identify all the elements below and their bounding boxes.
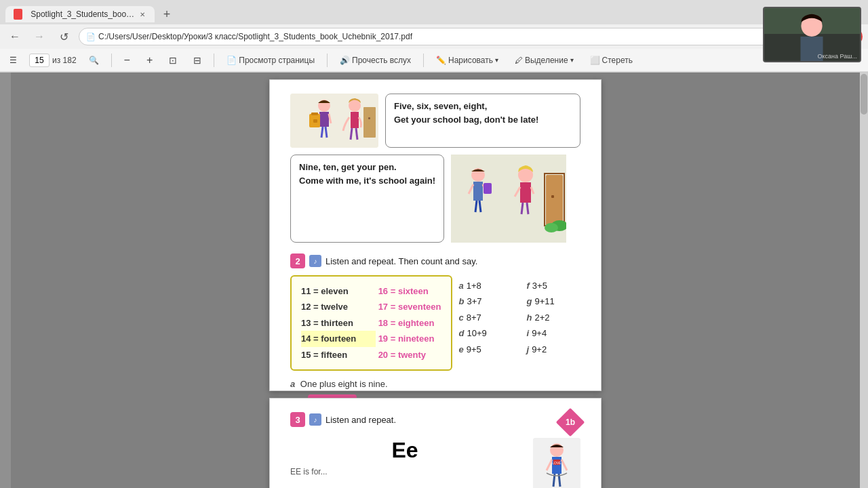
section3-number: 3 — [290, 412, 305, 427]
new-tab-button[interactable]: + — [157, 5, 176, 24]
big-letter: Ee — [290, 438, 519, 463]
ex-row-4: d 10+9 i 9+4 — [459, 325, 574, 341]
num-right-3: 18 = eighteen — [378, 315, 435, 331]
boy-figure: LOVE — [533, 438, 580, 488]
section2-number: 2 — [290, 253, 305, 268]
page-view-button[interactable]: ⊟ — [189, 54, 205, 67]
sidebar-toggle-button[interactable]: ☰ — [5, 54, 21, 66]
draw-label: Нарисовать — [448, 56, 493, 65]
toolbar-separator-3 — [327, 54, 328, 67]
zoom-minus-button[interactable]: − — [120, 53, 134, 68]
forward-button[interactable]: → — [30, 27, 49, 46]
ex-item-a: a 1+8 — [459, 278, 507, 293]
search-button[interactable]: 🔍 — [85, 54, 103, 66]
ex-val-i: 9+4 — [532, 325, 547, 341]
highlight-icon: 🖊 — [515, 56, 523, 65]
ex-label-e: e — [459, 342, 464, 357]
num-right-5: 20 = twenty — [378, 347, 426, 363]
page-navigation: из 182 — [29, 54, 77, 67]
ex-item-e: e 9+5 — [459, 342, 507, 357]
ex-row-5: e 9+5 j 9+2 — [459, 342, 574, 357]
ex-val-h: 2+2 — [534, 310, 549, 325]
ex-label-b: b — [459, 293, 465, 309]
number-row-4: 14 = fourteen 19 = nineteen — [301, 331, 441, 346]
speech-bottom-line1: Nine, ten, get your pen. — [299, 162, 397, 172]
numbers-box: 11 = eleven 16 = sixteen 12 = twelve 17 … — [290, 275, 452, 371]
ex-item-i: i 9+4 — [527, 325, 574, 341]
draw-chevron: ▾ — [495, 56, 498, 64]
svg-rect-9 — [313, 119, 317, 123]
address-text: C:/Users/User/Desktop/Уроки/3 класс/Spot… — [98, 32, 412, 41]
zoom-plus-button[interactable]: + — [142, 53, 157, 68]
refresh-button[interactable]: ↺ — [54, 27, 73, 46]
svg-rect-11 — [351, 112, 359, 128]
tab-bar: Spotlight_3_Students_book_Uch... ✕ + — [0, 0, 868, 24]
svg-rect-18 — [473, 182, 483, 201]
svg-rect-21 — [484, 183, 492, 194]
tab-close-button[interactable]: ✕ — [138, 9, 146, 19]
svg-rect-34 — [552, 457, 561, 474]
erase-icon: ⬜ — [590, 56, 600, 65]
number-row-1: 11 = eleven 16 = sixteen — [301, 283, 441, 299]
fit-button[interactable]: ⊡ — [165, 54, 181, 67]
svg-line-12 — [351, 128, 352, 140]
page-total-label: из 182 — [52, 56, 77, 65]
erase-button[interactable]: ⬜ Стереть — [586, 54, 637, 66]
view-page-button[interactable]: 📄 Просмотр страницы — [222, 54, 319, 66]
scroll-thumb[interactable] — [861, 74, 867, 115]
section2-text: Listen and repeat. Then count and say. — [326, 256, 477, 266]
ex-label-a: a — [459, 278, 464, 293]
ex-val-a: 1+8 — [467, 278, 481, 293]
speech-top-line1: Five, six, seven, eight, — [394, 101, 487, 111]
num-right-2: 17 = seventeen — [378, 299, 441, 314]
address-bar[interactable]: 📄 C:/Users/User/Desktop/Уроки/3 класс/Sp… — [79, 28, 816, 45]
content-area: Five, six, seven, eight, Get your school… — [0, 73, 868, 488]
speech-top-line2: Get your school bag, don't be late! — [394, 115, 538, 125]
ex-label-h: h — [527, 310, 532, 325]
toolbar-bar: ☰ из 182 🔍 − + ⊡ ⊟ 📄 Просмотр страницы 🔊… — [0, 49, 868, 72]
scrollbar[interactable] — [860, 73, 868, 488]
number-row-5: 15 = fifteen 20 = twenty — [301, 347, 441, 363]
diamond-badge-container: 1b — [555, 407, 586, 441]
section3-header: 3 ♪ Listen and repeat. — [290, 412, 580, 427]
num-right-1: 16 = sixteen — [378, 283, 429, 299]
tab-favicon — [14, 9, 22, 20]
draw-button[interactable]: ✏️ Нарисовать ▾ — [432, 54, 502, 66]
left-sidebar — [0, 73, 11, 488]
speaker-icon-2: ♪ — [309, 413, 321, 426]
tab-title: Spotlight_3_Students_book_Uch... — [31, 9, 134, 19]
highlight-button[interactable]: 🖊 Выделение ▾ — [511, 54, 578, 66]
diamond-text: 1b — [566, 418, 575, 427]
highlight-chevron: ▾ — [570, 56, 574, 64]
file-icon: 📄 — [86, 33, 96, 41]
section2-header: 2 ♪ Listen and repeat. Then count and sa… — [290, 253, 580, 268]
erase-label: Стереть — [602, 56, 633, 65]
back-button[interactable]: ← — [5, 27, 24, 46]
ex-item-c: c 8+7 — [459, 310, 507, 325]
toolbar-separator-1 — [111, 54, 112, 67]
exercises-box: a 1+8 f 3+5 b 3+7 — [459, 275, 574, 371]
ex-val-e: 9+5 — [467, 342, 481, 357]
svg-rect-8 — [311, 113, 318, 115]
svg-rect-2 — [319, 112, 329, 127]
view-page-label: Просмотр страницы — [239, 56, 315, 65]
ex-item-d: d 10+9 — [459, 325, 507, 341]
speech-bottom-line2: Come with me, it's school again! — [299, 176, 435, 186]
svg-line-19 — [475, 201, 477, 212]
page-number-input[interactable] — [29, 54, 50, 67]
ex-label-g: g — [527, 293, 532, 309]
cartoon-student-bag — [290, 94, 378, 148]
num-right-4: 19 = nineteen — [378, 331, 435, 346]
svg-rect-15 — [368, 117, 370, 119]
ex-label-f: f — [527, 278, 530, 293]
draw-icon: ✏️ — [436, 56, 446, 65]
active-tab[interactable]: Spotlight_3_Students_book_Uch... ✕ — [5, 6, 155, 22]
ex-row-3: c 8+7 h 2+2 — [459, 310, 574, 325]
svg-line-20 — [479, 201, 481, 212]
answer-label: a — [290, 379, 295, 389]
pdf-viewer[interactable]: Five, six, seven, eight, Get your school… — [11, 73, 860, 488]
read-aloud-label: Прочесть вслух — [352, 56, 411, 65]
highlight-label: Выделение — [525, 56, 568, 65]
read-aloud-button[interactable]: 🔊 Прочесть вслух — [336, 54, 415, 66]
ex-label-i: i — [527, 325, 530, 341]
